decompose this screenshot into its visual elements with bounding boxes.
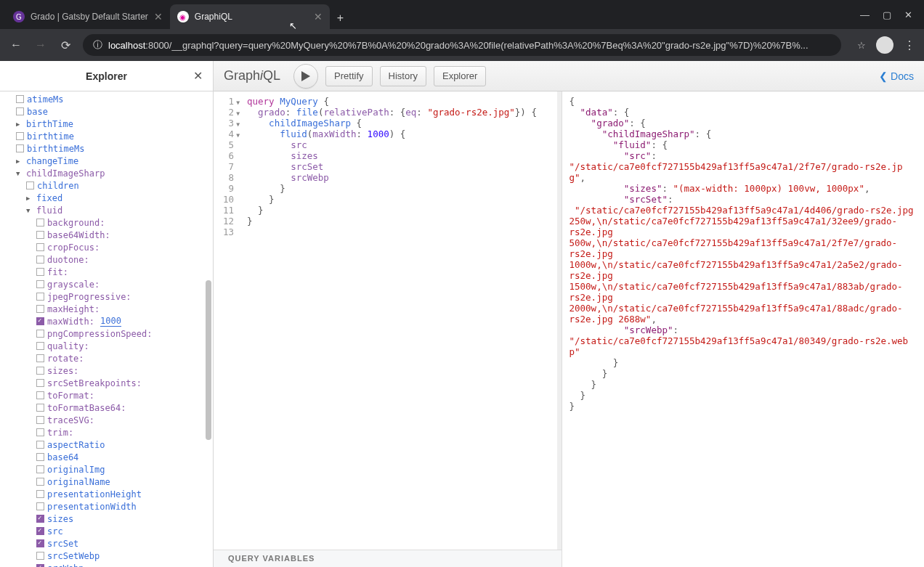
code-line[interactable]: } [247,194,551,205]
maximize-button[interactable]: ▢ [883,9,891,20]
tree-item[interactable]: srcSet [0,537,213,550]
checkbox[interactable] [36,219,44,227]
docs-button[interactable]: ❮ Docs [879,70,914,82]
site-info-icon[interactable]: ⓘ [93,38,102,52]
checkbox[interactable] [36,478,44,486]
tree-item[interactable]: presentationHeight [0,488,213,500]
back-button[interactable]: ← [9,38,23,52]
checkbox[interactable] [36,391,44,399]
code-line[interactable]: sizes [247,150,551,161]
url-field[interactable]: ⓘ localhost:8000/__graphql?query=query%2… [83,34,841,56]
execute-button[interactable] [293,64,318,89]
bookmark-icon[interactable]: ☆ [857,40,866,51]
tree-item[interactable]: grayscale: [0,278,213,290]
tree-item[interactable]: duotone: [0,253,213,266]
checkbox[interactable] [16,95,24,103]
checkbox[interactable] [36,564,44,567]
checkbox[interactable] [36,453,44,461]
tree-item[interactable]: originalImg [0,463,213,476]
tree-item[interactable]: srcSetWebp [0,550,213,562]
checkbox[interactable] [36,490,44,498]
tree-item[interactable]: fit: [0,266,213,278]
tree-item[interactable]: aspectRatio [0,438,213,451]
code-line[interactable]: srcSet [247,161,551,172]
query-variables-header[interactable]: QUERY VARIABLES [214,550,562,567]
tree-item[interactable]: children [0,179,213,192]
tree-item[interactable]: maxWidth: 1000 [0,315,213,327]
chevron-right-icon[interactable]: ▶ [26,195,33,202]
tree-item[interactable]: base64Width: [0,229,213,241]
tree-item[interactable]: originalName [0,476,213,488]
explorer-button[interactable]: Explorer [434,66,486,86]
code-line[interactable] [247,227,551,237]
tree-item[interactable]: cropFocus: [0,241,213,253]
tree-item[interactable]: sizes [0,513,213,525]
tree-item[interactable]: toFormatBase64: [0,401,213,414]
checkbox[interactable] [36,416,44,424]
tree-item[interactable]: trim: [0,426,213,438]
tree-item[interactable]: ▶changeTime [0,155,213,167]
chevron-right-icon[interactable]: ▶ [16,121,23,128]
tree-item[interactable]: srcSetBreakpoints: [0,377,213,389]
code-line[interactable]: src [247,139,551,150]
checkbox[interactable] [36,527,44,535]
tree-item[interactable]: rotate: [0,352,213,364]
tree-item[interactable]: quality: [0,340,213,352]
checkbox[interactable] [36,465,44,473]
tree-item[interactable]: traceSVG: [0,414,213,426]
checkbox[interactable] [16,132,24,140]
tree-item[interactable]: ▼fluid [0,204,213,216]
browser-menu-icon[interactable]: ⋮ [904,38,915,52]
checkbox[interactable] [36,305,44,313]
browser-tab[interactable]: ◉GraphiQL✕ [170,4,330,29]
checkbox[interactable] [36,441,44,449]
checkbox[interactable] [36,330,44,338]
code-line[interactable]: fluid(maxWidth: 1000) { [247,129,551,139]
code-line[interactable]: } [247,205,551,216]
result-viewer[interactable]: { "data": { "grado": { "childImageSharp"… [562,91,925,567]
checkbox[interactable] [36,404,44,412]
chevron-down-icon[interactable]: ▼ [26,207,33,214]
code-line[interactable]: } [247,183,551,194]
checkbox[interactable] [36,354,44,362]
browser-tab[interactable]: GGrado | Gatsby Default Starter✕ [6,4,170,29]
minimize-button[interactable]: — [860,9,870,20]
tree-item[interactable]: maxHeight: [0,303,213,315]
forward-button[interactable]: → [33,38,48,52]
tree-item[interactable]: toFormat: [0,389,213,401]
chevron-down-icon[interactable]: ▼ [16,170,23,177]
tree-item[interactable]: ▶fixed [0,192,213,204]
tree-item[interactable]: birthtimeMs [0,142,213,155]
reload-button[interactable]: ⟳ [58,38,73,52]
checkbox[interactable] [36,317,44,325]
tree-item[interactable]: src [0,525,213,537]
tree-item[interactable]: pngCompressionSpeed: [0,327,213,340]
tree-item[interactable]: atimeMs [0,93,213,105]
checkbox[interactable] [16,144,24,152]
tree-item[interactable]: base [0,105,213,118]
checkbox[interactable] [36,367,44,375]
tree-item[interactable]: base64 [0,451,213,463]
fold-icon[interactable]: ▼ [236,119,240,130]
tab-close-icon[interactable]: ✕ [154,11,163,23]
code-line[interactable]: childImageSharp { [247,118,551,129]
checkbox[interactable] [26,181,34,189]
fold-icon[interactable]: ▼ [236,108,240,119]
code-line[interactable]: grado: file(relativePath: {eq: "grado-rs… [247,107,551,118]
close-window-button[interactable]: ✕ [904,9,912,20]
tree-item[interactable]: ▶birthTime [0,118,213,130]
checkbox[interactable] [36,502,44,510]
chevron-right-icon[interactable]: ▶ [16,158,23,165]
tree-item[interactable]: presentationWidth [0,500,213,513]
tree-item[interactable]: background: [0,216,213,229]
checkbox[interactable] [36,428,44,436]
tree-item[interactable]: srcWebp [0,562,213,567]
checkbox[interactable] [36,552,44,560]
profile-avatar[interactable] [876,36,893,54]
explorer-tree[interactable]: atimeMsbase▶birthTimebirthtimebirthtimeM… [0,91,213,567]
checkbox[interactable] [36,231,44,239]
tree-item-value[interactable]: 1000 [100,316,121,327]
explorer-close-icon[interactable]: ✕ [193,69,203,83]
new-tab-button[interactable]: + [330,7,351,29]
code-line[interactable]: srcWebp [247,172,551,183]
